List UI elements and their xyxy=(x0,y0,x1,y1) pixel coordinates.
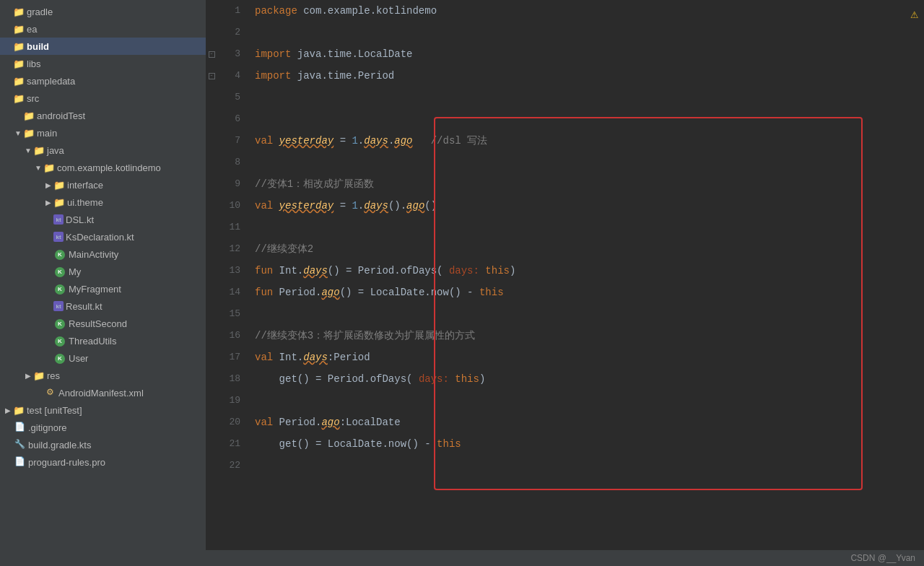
line-number-13: 13 xyxy=(217,260,249,282)
line-code-20: val Period.ago:LocalDate xyxy=(249,412,924,433)
sidebar-item-User[interactable]: KUser xyxy=(0,349,206,367)
line-code-11 xyxy=(249,217,924,238)
token: : xyxy=(328,352,334,363)
sidebar-item-gitignore[interactable]: 📄.gitignore xyxy=(0,419,206,436)
code-line-3: -3import java.time.LocalDate xyxy=(206,43,924,65)
code-line-15: 15 xyxy=(206,303,924,325)
line-code-4: import java.time.Period xyxy=(249,65,924,87)
line-number-21: 21 xyxy=(217,433,249,455)
sidebar-item-com.example.kotlindemo[interactable]: ▼📁com.example.kotlindemo xyxy=(0,159,206,176)
fold-area-17 xyxy=(206,347,217,368)
kt-g-icon-User: K xyxy=(53,352,66,364)
folder-icon-androidTest: 📁 xyxy=(23,110,35,121)
sidebar-item-build.gradle.kts[interactable]: 🔧build.gradle.kts xyxy=(0,436,206,453)
sidebar-label-libs: libs xyxy=(27,58,41,69)
token: . xyxy=(297,352,303,363)
sidebar-item-AndroidManifest.xml[interactable]: ⚙AndroidManifest.xml xyxy=(0,384,206,401)
fold-area-12 xyxy=(206,238,217,260)
gradle-icon-build.gradle.kts: 🔧 xyxy=(13,439,26,450)
code-line-19: 19 xyxy=(206,390,924,412)
token: days: xyxy=(419,373,449,385)
sidebar-item-build[interactable]: 📁build xyxy=(0,38,206,55)
line-code-9: //变体1：相改成扩展函数 xyxy=(249,173,924,195)
sidebar-item-Result.kt[interactable]: ktResult.kt xyxy=(0,297,206,315)
fold-icon-3[interactable]: - xyxy=(209,51,215,58)
token: val xyxy=(255,417,279,428)
code-line-2: 2 xyxy=(206,22,924,43)
sidebar-item-java[interactable]: ▼📁java xyxy=(0,142,206,159)
sidebar-item-MyFragment[interactable]: KMyFragment xyxy=(0,280,206,297)
token: ) xyxy=(510,265,515,277)
sidebar-item-libs[interactable]: 📁libs xyxy=(0,55,206,72)
token: days xyxy=(364,200,388,212)
line-number-5: 5 xyxy=(217,87,249,108)
token: days xyxy=(364,135,388,147)
sidebar-item-gradle[interactable]: 📁gradle xyxy=(0,3,206,20)
sidebar-item-ThreadUtils[interactable]: KThreadUtils xyxy=(0,332,206,349)
line-code-22 xyxy=(249,455,924,476)
token: yesterday xyxy=(279,135,334,147)
sidebar-item-src[interactable]: 📁src xyxy=(0,90,206,107)
sidebar-item-ResultSecond[interactable]: KResultSecond xyxy=(0,315,206,332)
sidebar-item-DSL.kt[interactable]: ktDSL.kt xyxy=(0,211,206,228)
line-code-1: package com.example.kotlindemo xyxy=(249,0,924,22)
line-code-21: get() = LocalDate.now() - this xyxy=(249,433,924,455)
token: 1 xyxy=(352,200,357,212)
token: val xyxy=(255,200,279,212)
token: java.time.Period xyxy=(297,70,394,82)
sidebar-item-KsDeclaration.kt[interactable]: ktKsDeclaration.kt xyxy=(0,228,206,245)
folder-icon-build: 📁 xyxy=(13,41,25,51)
tree-arrow-res: ▶ xyxy=(23,372,33,380)
fold-area-13 xyxy=(206,260,217,282)
folder-icon-ui.theme: 📁 xyxy=(53,197,65,207)
sidebar-label-My: My xyxy=(69,266,81,277)
sidebar-item-sampledata[interactable]: 📁sampledata xyxy=(0,72,206,90)
sidebar-item-My[interactable]: KMy xyxy=(0,263,206,280)
sidebar-label-AndroidManifest.xml: AndroidManifest.xml xyxy=(58,388,144,399)
fold-icon-4[interactable]: - xyxy=(209,73,215,79)
sidebar-item-proguard-rules.pro[interactable]: 📄proguard-rules.pro xyxy=(0,453,206,471)
sidebar-item-main[interactable]: ▼📁main xyxy=(0,124,206,142)
code-line-5: 5 xyxy=(206,87,924,108)
line-code-19 xyxy=(249,390,924,412)
sidebar-item-ea[interactable]: 📁ea xyxy=(0,20,206,38)
line-code-13: fun Int.days() = Period.ofDays( days: th… xyxy=(249,260,924,282)
line-number-15: 15 xyxy=(217,303,249,325)
sidebar-item-ui.theme[interactable]: ▶📁ui.theme xyxy=(0,193,206,211)
fold-area-2 xyxy=(206,22,217,43)
file-icon-gitignore: 📄 xyxy=(13,422,26,433)
folder-icon-java: 📁 xyxy=(33,145,45,155)
line-number-8: 8 xyxy=(217,152,249,173)
sidebar-item-test-unitTest[interactable]: ▶📁test [unitTest] xyxy=(0,401,206,419)
token: Int xyxy=(279,265,297,277)
token: days: xyxy=(449,265,479,277)
fold-area-8 xyxy=(206,152,217,173)
token: Period xyxy=(328,373,364,385)
fold-area-16 xyxy=(206,325,217,347)
line-number-20: 20 xyxy=(217,412,249,433)
token: days xyxy=(303,352,328,363)
line-number-6: 6 xyxy=(217,108,249,130)
folder-icon-gradle: 📁 xyxy=(13,6,25,17)
sidebar-item-res[interactable]: ▶📁res xyxy=(0,367,206,384)
line-code-15 xyxy=(249,303,924,325)
line-code-10: val yesterday = 1.days().ago() xyxy=(249,195,924,217)
token: ago xyxy=(321,417,339,428)
sidebar-item-MainActivity[interactable]: KMainActivity xyxy=(0,245,206,263)
kt-g-icon-My: K xyxy=(53,266,66,277)
fold-area-11 xyxy=(206,217,217,238)
line-number-17: 17 xyxy=(217,347,249,368)
line-number-9: 9 xyxy=(217,173,249,195)
sidebar-label-res: res xyxy=(47,370,60,381)
fold-area-6 xyxy=(206,108,217,130)
token: com.example.kotlindemo xyxy=(303,5,437,17)
token: LocalDate xyxy=(370,287,425,298)
kt-g-icon-ResultSecond: K xyxy=(53,318,66,329)
code-line-9: 9//变体1：相改成扩展函数 xyxy=(206,173,924,195)
code-line-18: 18 get() = Period.ofDays( days: this) xyxy=(206,368,924,390)
folder-icon-main: 📁 xyxy=(23,128,35,138)
sidebar-item-androidTest[interactable]: 📁androidTest xyxy=(0,107,206,124)
sidebar-item-interface[interactable]: ▶📁interface xyxy=(0,176,206,193)
folder-icon-ea: 📁 xyxy=(13,24,25,34)
token: .ofDays( xyxy=(364,373,419,385)
